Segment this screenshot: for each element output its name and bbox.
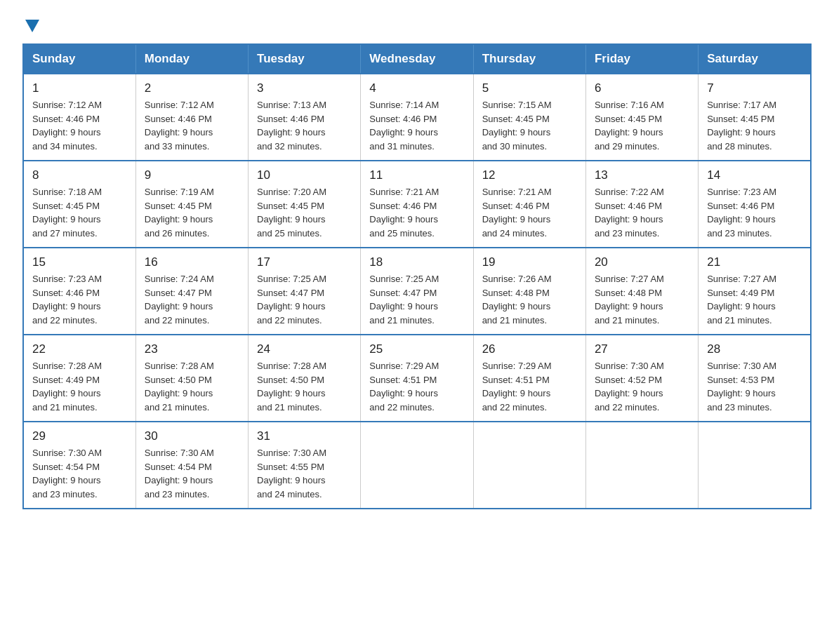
day-info: Sunrise: 7:12 AMSunset: 4:46 PMDaylight:… — [32, 98, 127, 153]
calendar-cell: 15 Sunrise: 7:23 AMSunset: 4:46 PMDaylig… — [23, 248, 135, 335]
day-info: Sunrise: 7:27 AMSunset: 4:49 PMDaylight:… — [707, 272, 802, 327]
day-header-sunday: Sunday — [23, 44, 135, 74]
logo — [22, 17, 39, 31]
day-info: Sunrise: 7:30 AMSunset: 4:54 PMDaylight:… — [145, 446, 239, 501]
day-number: 18 — [369, 255, 464, 269]
week-row-3: 15 Sunrise: 7:23 AMSunset: 4:46 PMDaylig… — [23, 248, 811, 335]
day-info: Sunrise: 7:28 AMSunset: 4:50 PMDaylight:… — [257, 359, 352, 414]
calendar-cell: 29 Sunrise: 7:30 AMSunset: 4:54 PMDaylig… — [23, 422, 135, 509]
day-info: Sunrise: 7:25 AMSunset: 4:47 PMDaylight:… — [257, 272, 352, 327]
day-info: Sunrise: 7:30 AMSunset: 4:53 PMDaylight:… — [707, 359, 802, 414]
day-number: 3 — [257, 81, 352, 95]
calendar-cell: 24 Sunrise: 7:28 AMSunset: 4:50 PMDaylig… — [249, 335, 361, 422]
week-row-1: 1 Sunrise: 7:12 AMSunset: 4:46 PMDayligh… — [23, 74, 811, 161]
day-info: Sunrise: 7:20 AMSunset: 4:45 PMDaylight:… — [257, 185, 352, 240]
day-info: Sunrise: 7:27 AMSunset: 4:48 PMDaylight:… — [595, 272, 689, 327]
day-header-wednesday: Wednesday — [361, 44, 473, 74]
week-row-5: 29 Sunrise: 7:30 AMSunset: 4:54 PMDaylig… — [23, 422, 811, 509]
day-info: Sunrise: 7:30 AMSunset: 4:52 PMDaylight:… — [595, 359, 689, 414]
day-number: 10 — [257, 168, 352, 182]
calendar-cell: 26 Sunrise: 7:29 AMSunset: 4:51 PMDaylig… — [473, 335, 585, 422]
calendar-cell: 30 Sunrise: 7:30 AMSunset: 4:54 PMDaylig… — [135, 422, 248, 509]
logo-triangle-icon — [25, 20, 39, 32]
calendar-table: SundayMondayTuesdayWednesdayThursdayFrid… — [22, 43, 812, 509]
day-number: 25 — [369, 342, 464, 356]
day-info: Sunrise: 7:14 AMSunset: 4:46 PMDaylight:… — [369, 98, 464, 153]
calendar-cell: 17 Sunrise: 7:25 AMSunset: 4:47 PMDaylig… — [249, 248, 361, 335]
day-number: 29 — [32, 429, 127, 443]
calendar-cell: 7 Sunrise: 7:17 AMSunset: 4:45 PMDayligh… — [699, 74, 811, 161]
day-number: 13 — [595, 168, 689, 182]
page-header — [22, 17, 812, 31]
day-number: 15 — [32, 255, 127, 269]
day-number: 23 — [145, 342, 239, 356]
day-info: Sunrise: 7:23 AMSunset: 4:46 PMDaylight:… — [32, 272, 127, 327]
day-info: Sunrise: 7:28 AMSunset: 4:49 PMDaylight:… — [32, 359, 127, 414]
calendar-cell: 2 Sunrise: 7:12 AMSunset: 4:46 PMDayligh… — [135, 74, 248, 161]
day-number: 31 — [257, 429, 352, 443]
calendar-cell — [473, 422, 585, 509]
day-info: Sunrise: 7:30 AMSunset: 4:54 PMDaylight:… — [32, 446, 127, 501]
calendar-cell: 19 Sunrise: 7:26 AMSunset: 4:48 PMDaylig… — [473, 248, 585, 335]
calendar-cell: 4 Sunrise: 7:14 AMSunset: 4:46 PMDayligh… — [361, 74, 473, 161]
logo-top — [22, 17, 39, 32]
calendar-cell: 27 Sunrise: 7:30 AMSunset: 4:52 PMDaylig… — [585, 335, 698, 422]
calendar-cell: 1 Sunrise: 7:12 AMSunset: 4:46 PMDayligh… — [23, 74, 135, 161]
calendar-cell — [585, 422, 698, 509]
calendar-cell: 3 Sunrise: 7:13 AMSunset: 4:46 PMDayligh… — [249, 74, 361, 161]
day-number: 27 — [595, 342, 689, 356]
calendar-body: 1 Sunrise: 7:12 AMSunset: 4:46 PMDayligh… — [23, 74, 811, 509]
calendar-cell: 8 Sunrise: 7:18 AMSunset: 4:45 PMDayligh… — [23, 161, 135, 248]
day-info: Sunrise: 7:29 AMSunset: 4:51 PMDaylight:… — [369, 359, 464, 414]
day-number: 30 — [145, 429, 239, 443]
day-headers-row: SundayMondayTuesdayWednesdayThursdayFrid… — [23, 44, 811, 74]
day-number: 9 — [145, 168, 239, 182]
day-header-tuesday: Tuesday — [249, 44, 361, 74]
calendar-cell: 11 Sunrise: 7:21 AMSunset: 4:46 PMDaylig… — [361, 161, 473, 248]
day-number: 22 — [32, 342, 127, 356]
calendar-cell: 14 Sunrise: 7:23 AMSunset: 4:46 PMDaylig… — [699, 161, 811, 248]
day-info: Sunrise: 7:24 AMSunset: 4:47 PMDaylight:… — [145, 272, 239, 327]
day-number: 7 — [707, 81, 802, 95]
day-header-friday: Friday — [585, 44, 698, 74]
day-number: 17 — [257, 255, 352, 269]
day-number: 6 — [595, 81, 689, 95]
day-number: 11 — [369, 168, 464, 182]
calendar-cell: 12 Sunrise: 7:21 AMSunset: 4:46 PMDaylig… — [473, 161, 585, 248]
day-number: 19 — [482, 255, 577, 269]
day-header-saturday: Saturday — [699, 44, 811, 74]
day-number: 5 — [482, 81, 577, 95]
calendar-cell: 6 Sunrise: 7:16 AMSunset: 4:45 PMDayligh… — [585, 74, 698, 161]
day-info: Sunrise: 7:17 AMSunset: 4:45 PMDaylight:… — [707, 98, 802, 153]
day-number: 28 — [707, 342, 802, 356]
week-row-4: 22 Sunrise: 7:28 AMSunset: 4:49 PMDaylig… — [23, 335, 811, 422]
day-info: Sunrise: 7:12 AMSunset: 4:46 PMDaylight:… — [145, 98, 239, 153]
calendar-cell — [361, 422, 473, 509]
day-info: Sunrise: 7:30 AMSunset: 4:55 PMDaylight:… — [257, 446, 352, 501]
calendar-cell: 18 Sunrise: 7:25 AMSunset: 4:47 PMDaylig… — [361, 248, 473, 335]
day-header-monday: Monday — [135, 44, 248, 74]
calendar-cell: 13 Sunrise: 7:22 AMSunset: 4:46 PMDaylig… — [585, 161, 698, 248]
day-info: Sunrise: 7:25 AMSunset: 4:47 PMDaylight:… — [369, 272, 464, 327]
calendar-cell: 31 Sunrise: 7:30 AMSunset: 4:55 PMDaylig… — [249, 422, 361, 509]
day-info: Sunrise: 7:26 AMSunset: 4:48 PMDaylight:… — [482, 272, 577, 327]
day-info: Sunrise: 7:15 AMSunset: 4:45 PMDaylight:… — [482, 98, 577, 153]
day-number: 21 — [707, 255, 802, 269]
day-number: 20 — [595, 255, 689, 269]
week-row-2: 8 Sunrise: 7:18 AMSunset: 4:45 PMDayligh… — [23, 161, 811, 248]
day-number: 4 — [369, 81, 464, 95]
calendar-cell: 10 Sunrise: 7:20 AMSunset: 4:45 PMDaylig… — [249, 161, 361, 248]
day-info: Sunrise: 7:16 AMSunset: 4:45 PMDaylight:… — [595, 98, 689, 153]
calendar-cell: 28 Sunrise: 7:30 AMSunset: 4:53 PMDaylig… — [699, 335, 811, 422]
calendar-cell: 5 Sunrise: 7:15 AMSunset: 4:45 PMDayligh… — [473, 74, 585, 161]
day-info: Sunrise: 7:29 AMSunset: 4:51 PMDaylight:… — [482, 359, 577, 414]
day-number: 12 — [482, 168, 577, 182]
calendar-cell: 23 Sunrise: 7:28 AMSunset: 4:50 PMDaylig… — [135, 335, 248, 422]
day-header-thursday: Thursday — [473, 44, 585, 74]
calendar-cell: 25 Sunrise: 7:29 AMSunset: 4:51 PMDaylig… — [361, 335, 473, 422]
day-number: 14 — [707, 168, 802, 182]
day-info: Sunrise: 7:13 AMSunset: 4:46 PMDaylight:… — [257, 98, 352, 153]
calendar-cell: 16 Sunrise: 7:24 AMSunset: 4:47 PMDaylig… — [135, 248, 248, 335]
day-number: 1 — [32, 81, 127, 95]
day-info: Sunrise: 7:18 AMSunset: 4:45 PMDaylight:… — [32, 185, 127, 240]
